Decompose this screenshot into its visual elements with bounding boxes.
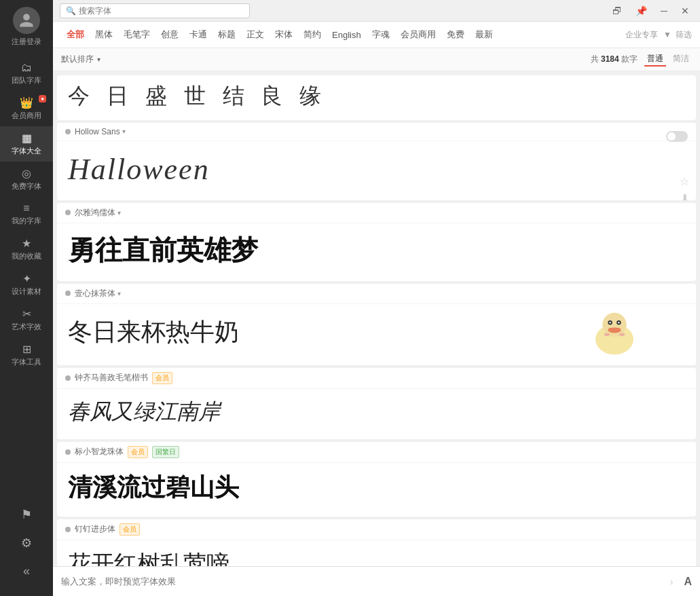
filter-ziti[interactable]: 字魂: [367, 27, 395, 42]
settings-icon: ⚙: [21, 536, 32, 551]
preview-input-row: › A: [53, 566, 700, 596]
font-size-label: A: [684, 576, 692, 588]
free-icon: ◎: [22, 167, 31, 180]
filter-biaoti[interactable]: 标题: [213, 27, 241, 42]
art-icon: ✂: [22, 308, 31, 320]
preview-text-erya: 勇往直前英雄梦: [68, 231, 258, 269]
filter-all[interactable]: 全部: [61, 27, 90, 42]
font-expand-yixin[interactable]: ▾: [117, 290, 121, 297]
filter-vip[interactable]: 会员商用: [395, 27, 441, 42]
filter-katong[interactable]: 卡通: [184, 27, 213, 42]
font-preview-hollow-sans: Halloween ☆ ⬇: [57, 141, 696, 200]
sortbar: 默认排序 ▾ 共 3184 款字 普通 简洁: [53, 48, 700, 71]
sidebar-item-tools[interactable]: ⊞ 字体工具: [0, 337, 53, 373]
sidebar-item-mylib[interactable]: ≡ 我的字库: [0, 197, 53, 231]
sidebar-item-team[interactable]: 🗂 团队字库: [0, 56, 53, 91]
card-actions-hollow-sans: ☆ ⬇: [680, 175, 689, 200]
font-card-top: 今 日 盛 世 结 良 缘: [57, 75, 696, 120]
filter-songti[interactable]: 宋体: [270, 27, 298, 42]
filter-free[interactable]: 免费: [441, 27, 470, 42]
badge-trad-biaoxiao: 国繁日: [152, 446, 179, 458]
sidebar-item-design[interactable]: ✦ 设计素材: [0, 267, 53, 302]
feedback-button[interactable]: ⚑: [0, 500, 53, 529]
sidebar-item-art[interactable]: ✂ 艺术字效: [0, 302, 53, 337]
sidebar-item-mylib-label: 我的字库: [12, 216, 41, 226]
filter-enterprise[interactable]: 企业专享: [625, 29, 658, 41]
mylib-icon: ≡: [23, 202, 29, 215]
toggle-switch[interactable]: [666, 131, 688, 142]
preview-text-input[interactable]: [61, 576, 670, 586]
login-label[interactable]: 注册登录: [12, 37, 41, 47]
tools-icon: ⊞: [22, 343, 31, 356]
filter-english[interactable]: English: [327, 29, 367, 41]
total-label: 共 3184 款字: [591, 54, 638, 65]
font-name-yixin[interactable]: 壹心抹茶体: [75, 288, 115, 299]
main-content: 🔍 🗗 📌 ─ ✕ 全部 黑体 毛笔字 创意 卡通 标题 正文 宋体 简约 En…: [53, 0, 700, 596]
vip-icon: 👑: [20, 96, 33, 109]
sidebar-item-vip[interactable]: 👑 会员商用 ●: [0, 91, 53, 126]
font-name-dingding[interactable]: 钉钉进步体: [75, 523, 115, 535]
sort-selector[interactable]: 默认排序 ▾: [61, 54, 100, 65]
view-normal-button[interactable]: 普通: [644, 52, 666, 67]
font-expand-arrow[interactable]: ▾: [122, 128, 126, 135]
close-button[interactable]: ✕: [677, 4, 693, 18]
filter-zhengwen[interactable]: 正文: [241, 27, 270, 42]
font-dot-zhongqi: [65, 375, 71, 381]
fontlib-icon: ▦: [22, 132, 32, 145]
sidebar-item-collect-label: 我的收藏: [12, 251, 41, 261]
sidebar-bottom: ⚑ ⚙ «: [0, 500, 53, 596]
sidebar-item-fontlib[interactable]: ▦ 字体大全: [0, 126, 53, 162]
font-card-hollow-sans: Hollow Sans ▾ Halloween ☆ ⬇: [57, 123, 696, 200]
collapse-icon: «: [23, 564, 30, 578]
filter-chuangyi[interactable]: 创意: [155, 27, 184, 42]
search-icon: 🔍: [66, 6, 76, 16]
font-card-yixin-header: 壹心抹茶体 ▾: [57, 284, 696, 304]
sort-arrow-icon: ▾: [97, 56, 100, 63]
sidebar-item-team-label: 团队字库: [12, 75, 41, 86]
total-prefix: 共: [591, 54, 599, 64]
settings-button[interactable]: ⚙: [0, 529, 53, 557]
preview-text-biaoxiao: 清溪流过碧山头: [68, 471, 239, 504]
font-preview-erya: 勇往直前英雄梦: [57, 223, 696, 281]
font-preview-yixin: 冬日来杯热牛奶: [57, 304, 696, 365]
sidebar-item-collect[interactable]: ★ 我的收藏: [0, 231, 53, 267]
font-card-zhongqi: 钟齐马善政毛笔楷书 会员 春风又绿江南岸: [57, 368, 696, 439]
font-name-biaoxiao[interactable]: 标小智龙珠体: [75, 446, 124, 458]
font-dot-dingding: [65, 527, 71, 532]
font-name-hollow-sans[interactable]: Hollow Sans: [75, 127, 120, 136]
view-simple-button[interactable]: 简洁: [670, 52, 692, 67]
avatar[interactable]: [13, 7, 40, 34]
font-dot-biaoxiao: [65, 449, 71, 455]
preview-text-zhongqi: 春风又绿江南岸: [68, 397, 220, 427]
sidebar-item-free[interactable]: ◎ 免费字体: [0, 162, 53, 197]
filter-jianyue[interactable]: 简约: [298, 27, 327, 42]
star-icon[interactable]: ☆: [680, 175, 689, 188]
font-preview-biaoxiao: 清溪流过碧山头: [57, 463, 696, 517]
sidebar: 注册登录 🗂 团队字库 👑 会员商用 ● ▦ 字体大全 ◎ 免费字体 ≡ 我的字…: [0, 0, 53, 596]
font-name-zhongqi[interactable]: 钟齐马善政毛笔楷书: [75, 372, 148, 384]
pin-button[interactable]: 📌: [631, 4, 651, 18]
vip-badge: ●: [39, 95, 46, 103]
preview-text-dingding: 花开红树乱莺啼: [68, 548, 229, 566]
filterbar: 全部 黑体 毛笔字 创意 卡通 标题 正文 宋体 简约 English 字魂 会…: [53, 22, 700, 48]
download-icon[interactable]: ⬇: [680, 192, 689, 200]
font-name-erya[interactable]: 尔雅鸿儒体: [75, 207, 115, 219]
preview-text-halloween: Halloween: [68, 152, 210, 187]
search-box[interactable]: 🔍: [60, 3, 250, 18]
font-list: 今 日 盛 世 结 良 缘 Hollow Sans ▾ Halloween ☆ …: [53, 71, 700, 566]
minimize-button[interactable]: ─: [657, 4, 671, 18]
collapse-button[interactable]: «: [0, 557, 53, 585]
svg-point-8: [604, 333, 610, 336]
badge-vip-biaoxiao: 会员: [128, 446, 148, 458]
sidebar-item-tools-label: 字体工具: [12, 357, 41, 367]
font-card-biaoxiao-header: 标小智龙珠体 会员 国繁日: [57, 442, 696, 463]
search-input[interactable]: [79, 6, 244, 16]
filter-newest[interactable]: 最新: [470, 27, 498, 42]
filter-maob[interactable]: 毛笔字: [118, 27, 155, 42]
filter-button[interactable]: ▼ 筛选: [663, 29, 692, 41]
restore-button[interactable]: 🗗: [608, 4, 626, 18]
total-suffix: 款字: [621, 54, 638, 64]
sidebar-item-vip-label: 会员商用: [12, 111, 41, 121]
font-expand-erya[interactable]: ▾: [117, 209, 121, 217]
filter-hei[interactable]: 黑体: [90, 27, 118, 42]
